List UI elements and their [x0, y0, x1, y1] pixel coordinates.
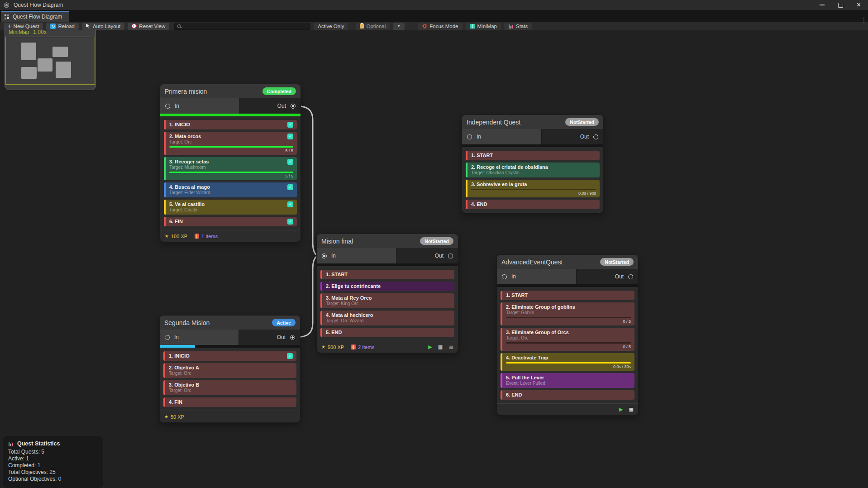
quest-header[interactable]: Primera mision Completed — [160, 84, 300, 98]
objective-row[interactable]: 3. Objetivo B Target: Orc — [163, 380, 296, 395]
objective-row[interactable]: 2. Objetivo A Target: Orc — [163, 363, 296, 378]
out-port-circle-icon[interactable] — [448, 254, 453, 258]
in-port-circle-icon[interactable] — [322, 254, 327, 258]
grid-icon[interactable]: ▦ — [629, 407, 634, 412]
objective-row[interactable]: 4. Deactivate Trap 0,0s / 30s — [501, 353, 634, 371]
grid-icon[interactable]: ▦ — [438, 344, 443, 350]
objective-row[interactable]: 5. END — [320, 328, 454, 337]
out-port[interactable]: Out — [396, 248, 458, 263]
in-port[interactable]: In — [160, 330, 239, 345]
tab-menu-icon[interactable] — [863, 18, 865, 19]
active-only-toggle[interactable]: Active Only — [314, 23, 348, 30]
optional-dropdown-button[interactable]: ▼ — [393, 23, 405, 30]
objective-row[interactable]: 3. Eliminate Group of Orcs Target: Orc 0… — [501, 328, 634, 351]
objective-row[interactable]: 5. Ve al castillo ✓ Target: Castle — [164, 200, 297, 215]
objective-row[interactable]: 2. Recoge el cristal de obsidiana Target… — [466, 163, 600, 177]
objective-row[interactable]: 1. INICIO ✓ — [164, 120, 297, 129]
reset-view-button[interactable]: Reset View — [128, 23, 169, 30]
stat-optional-objectives: Optional Objectives: 0 — [8, 476, 98, 483]
quest-header[interactable]: Independent Quest NotStarted — [462, 115, 603, 129]
quest-header[interactable]: Segunda Mision Active — [160, 316, 300, 330]
focus-mode-toggle[interactable]: Focus Mode — [418, 23, 462, 30]
objective-row[interactable]: 3. Recoger setas ✓ Target: Mushroom 5 / … — [164, 157, 297, 180]
out-port-circle-icon[interactable] — [593, 134, 598, 139]
objective-list: 1. START 2. Elige tu contrincante 3. Mat… — [317, 266, 458, 341]
quest-node-2[interactable]: Independent Quest NotStarted In Out 1. S… — [462, 115, 603, 213]
new-quest-button[interactable]: + New Quest — [4, 23, 43, 30]
out-port-circle-icon[interactable] — [290, 335, 295, 340]
maximize-icon[interactable] — [838, 3, 843, 8]
close-icon[interactable]: × — [857, 1, 861, 9]
checkbox-checked-icon[interactable]: ✓ — [287, 353, 293, 359]
quest-header[interactable]: AdvancedEventQuest NotStarted — [497, 255, 638, 269]
objective-row[interactable]: 2. Elige tu contrincante — [320, 282, 454, 291]
objective-target: Target: King Orc — [326, 301, 451, 306]
minimap-panel[interactable]: MiniMap1.00x — [5, 26, 96, 90]
focus-icon — [422, 24, 427, 29]
in-port-circle-icon[interactable] — [502, 274, 507, 279]
in-port[interactable]: In — [497, 269, 577, 284]
objective-count: 5 / 5 — [169, 174, 293, 178]
reload-button[interactable]: ↻ Reload — [46, 23, 78, 30]
xp-reward: ★ 50 XP — [164, 414, 184, 420]
xp-star-icon: ★ — [321, 344, 325, 349]
quest-footer: ★ 50 XP — [160, 411, 300, 422]
objective-row[interactable]: 3. Sobrevive en la gruta 0,0s / 90s — [466, 180, 600, 197]
minimize-icon[interactable] — [820, 5, 825, 5]
objective-row[interactable]: 1. START — [466, 151, 600, 160]
tab-quest-flow-diagram[interactable]: Quest Flow Diagram — [1, 11, 69, 22]
quest-header[interactable]: Mision final NotStarted — [317, 234, 458, 248]
search-box[interactable] — [174, 23, 310, 30]
play-icon[interactable]: ▶ — [619, 407, 623, 412]
quest-node-3[interactable]: Mision final NotStarted In Out 1. START … — [317, 234, 458, 353]
objective-row[interactable]: 2. Eliminate Group of goblins Target: Go… — [501, 302, 634, 325]
quest-node-5[interactable]: AdvancedEventQuest NotStarted In Out 1. … — [497, 255, 638, 415]
objective-row[interactable]: 4. Busca al mago ✓ Target: Elder Wizard — [164, 182, 297, 197]
auto-layout-button[interactable]: Auto Layout — [82, 23, 124, 30]
checkbox-checked-icon[interactable]: ✓ — [287, 134, 293, 139]
minimap-toggle[interactable]: MiniMap — [466, 23, 501, 30]
out-port[interactable]: Out — [239, 98, 300, 114]
in-port-circle-icon[interactable] — [165, 104, 170, 109]
in-port[interactable]: In — [160, 98, 239, 114]
objective-row[interactable]: 1. INICIO ✓ — [163, 351, 296, 361]
in-port-label: In — [175, 103, 179, 109]
objective-row[interactable]: 1. START — [501, 291, 634, 300]
checkbox-checked-icon[interactable]: ✓ — [287, 201, 293, 207]
objective-row[interactable]: 6. END — [501, 390, 634, 400]
in-port-label: In — [331, 253, 336, 259]
quest-node-1[interactable]: Primera mision Completed In Out 1. INICI… — [160, 84, 300, 242]
objective-row[interactable]: 5. Pull the Lever Event: Lever Pulled — [501, 373, 634, 388]
objective-row[interactable]: 4. Mata al hechicero Target: Orc Wizard — [320, 311, 454, 325]
in-port[interactable]: In — [317, 248, 396, 263]
objective-row[interactable]: 1. START — [320, 270, 454, 279]
out-port[interactable]: Out — [577, 269, 638, 284]
objective-row[interactable]: 2. Mata orcos ✓ Target: Orc 5 / 5 — [164, 132, 297, 155]
objective-label: 1. START — [326, 272, 348, 277]
in-port-circle-icon[interactable] — [165, 335, 170, 340]
objective-row[interactable]: 4. END — [466, 200, 600, 209]
out-port-circle-icon[interactable] — [291, 104, 296, 109]
search-input[interactable] — [183, 24, 307, 29]
objective-row[interactable]: 4. FIN — [163, 397, 296, 407]
quest-footer: ★ 100 XP 1 Items — [160, 230, 300, 242]
checkbox-checked-icon[interactable]: ✓ — [287, 122, 293, 128]
out-port-circle-icon[interactable] — [628, 274, 633, 279]
checkbox-checked-icon[interactable]: ✓ — [287, 219, 293, 225]
quest-node-4[interactable]: Segunda Mision Active In Out 1. INICIO ✓… — [160, 316, 300, 422]
checkbox-checked-icon[interactable]: ✓ — [287, 184, 293, 190]
skull-icon[interactable]: ☠ — [448, 344, 453, 350]
optional-toggle[interactable]: Optional — [356, 23, 390, 30]
app-icon — [4, 2, 10, 8]
objective-row[interactable]: 6. FIN ✓ — [164, 217, 297, 226]
play-icon[interactable]: ▶ — [428, 344, 432, 350]
out-port-label: Out — [615, 273, 624, 280]
out-port[interactable]: Out — [239, 330, 300, 345]
checkbox-checked-icon[interactable]: ✓ — [287, 159, 293, 165]
xp-reward: ★ 100 XP — [165, 234, 187, 239]
objective-row[interactable]: 3. Mata al Rey Orco Target: King Orc — [320, 293, 454, 308]
in-port[interactable]: In — [462, 129, 542, 144]
out-port[interactable]: Out — [542, 129, 603, 144]
in-port-circle-icon[interactable] — [467, 134, 472, 139]
stats-toggle[interactable]: Stats — [504, 23, 532, 30]
